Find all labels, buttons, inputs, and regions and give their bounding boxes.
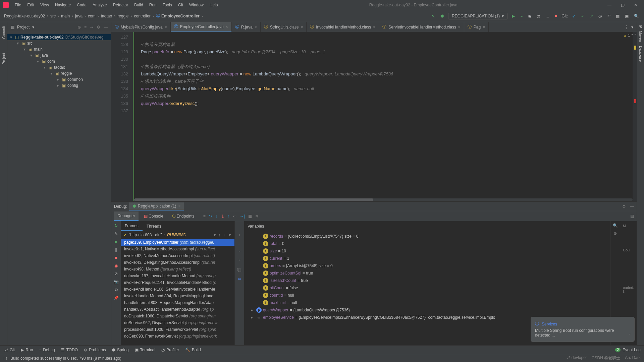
select-opened-icon[interactable]: ⊕ [77, 25, 81, 29]
close-icon[interactable]: × [178, 204, 180, 208]
line-gutter[interactable]: 127128129130131132133134135136137 [111, 32, 134, 201]
stack-frame[interactable]: invoke:498, Method (java.lang.reflect) [121, 266, 234, 273]
console-tab[interactable]: ▤ Console [141, 212, 167, 221]
frames-tab[interactable]: Frames [121, 222, 143, 231]
gear-icon[interactable]: ⚙ [613, 231, 617, 236]
trace-icon[interactable]: ≋ [255, 214, 259, 219]
stack-frame[interactable]: invoke0:-1, NativeMethodAccessorImpl (su… [121, 246, 234, 252]
close-tab-icon[interactable]: × [255, 25, 257, 29]
breadcrumb-part[interactable]: src [50, 14, 56, 18]
endpoints-tab[interactable]: ⬡ Endpoints [169, 212, 198, 221]
breadcrumb-class[interactable]: EmployeeController [161, 14, 200, 18]
tree-node-common[interactable]: ▸▣common [7, 76, 111, 82]
variable-row[interactable]: f orders = {ArrayList@7548} size = 0 [244, 262, 610, 269]
project-tool-button[interactable]: Project [2, 51, 6, 66]
editor-tab[interactable]: ⒿStringUtils.class× [261, 22, 307, 32]
maven-tool-button[interactable]: Maven [639, 29, 643, 44]
variable-row[interactable]: f isSearchCount = true [244, 277, 610, 284]
editor-tab[interactable]: ⒸMybatisPlusConfig.java× [111, 22, 171, 32]
stop-button[interactable]: ■ [554, 13, 558, 19]
stack-frame[interactable]: page:139, EmployeeController (com.taotao… [121, 239, 234, 246]
debugger-tab[interactable]: Debugger [114, 212, 139, 221]
stack-frame[interactable]: invokeHandlerMethod:894, RequestMappingH… [121, 293, 234, 299]
settings-icon[interactable]: ⚙ [97, 25, 100, 29]
search-icon[interactable]: 🔍 [613, 223, 618, 228]
tree-node-src[interactable]: ▾▣src [7, 40, 111, 46]
expand-all-icon[interactable]: ≡ [84, 25, 87, 29]
tree-node-java[interactable]: ▾▣java [7, 52, 111, 58]
run-to-cursor-icon[interactable]: →| [240, 214, 245, 219]
breadcrumb[interactable]: Reggie-take-out-day02›src›main›java›com›… [4, 13, 204, 19]
rerun-icon[interactable]: ↻ [114, 223, 118, 228]
prev-icon[interactable]: ˄ [631, 34, 633, 37]
close-button[interactable]: ✕ [633, 3, 639, 7]
variable-row[interactable]: f size = 10 [244, 247, 610, 255]
thread-selector[interactable]: ✔ "http-nio-808...ain": RUNNING ▾ ↑ ↓ ▼ [121, 231, 234, 239]
settings-icon[interactable]: ⚙ [114, 288, 118, 292]
git-push-icon[interactable]: ↗ [589, 13, 594, 19]
editor-tab[interactable]: ⒸEmployeeController.java× [171, 22, 232, 32]
next-frame-icon[interactable]: ↓ [223, 233, 225, 237]
tree-node-reggie[interactable]: ▾▣reggie [7, 70, 111, 76]
minimize-button[interactable]: — [606, 3, 613, 7]
editor-tab[interactable]: ⒿInvocableHandlerMethod.class× [307, 22, 379, 32]
menu-tools[interactable]: Tools [160, 1, 175, 9]
debug-tool-button[interactable]: ⌁ Debug [39, 348, 55, 352]
spring-tool-button[interactable]: ⬢ Spring [112, 348, 129, 352]
menu-git[interactable]: Git [175, 1, 186, 9]
todo-tool-button[interactable]: ☰ TODO [61, 348, 78, 352]
close-tab-icon[interactable]: × [458, 25, 461, 29]
profiler-tool-button[interactable]: ◔ Profiler [161, 348, 179, 352]
add-icon[interactable]: + [238, 233, 240, 238]
marker-strip[interactable]: ▲1˄˅ [633, 32, 637, 201]
menu-navigate[interactable]: Navigate [52, 1, 73, 9]
git-branch-label[interactable]: ⎇ devloper [566, 355, 587, 361]
theme-label[interactable]: Arc Dark [625, 355, 641, 361]
stack-frame[interactable]: invoke:43, DelegatingMethodAccessorImpl … [121, 259, 234, 266]
run-tool-button[interactable]: ▶ Run [21, 348, 33, 352]
editor-tab[interactable]: ⒸR.java× [232, 22, 261, 32]
editor-tab[interactable]: ⒿServletInvocableHandlerMethod.class× [379, 22, 464, 32]
menu-edit[interactable]: Edit [24, 1, 37, 9]
menu-refactor[interactable]: Refactor [110, 1, 131, 9]
tree-node-taotao[interactable]: ▾▣taotao [7, 64, 111, 70]
frames-list[interactable]: page:139, EmployeeController (com.taotao… [121, 239, 234, 345]
view-breakpoints-icon[interactable]: ◉ [114, 263, 118, 268]
layout-icon[interactable]: ▤ [630, 214, 634, 219]
build-tool-button[interactable]: 🔨 Build [185, 348, 201, 352]
git-update-icon[interactable]: ↙ [571, 13, 577, 19]
threads-tab[interactable]: Threads [143, 222, 165, 231]
step-into-icon[interactable]: ↓ [216, 214, 218, 219]
status-indicator-icon[interactable]: ▢ [3, 356, 7, 361]
services-notification[interactable]: ⓘServices Multiple Spring Boot run confi… [531, 317, 635, 342]
tree-node-config[interactable]: ▸▣config [7, 82, 111, 88]
back-nav-icon[interactable]: ↖ [431, 13, 436, 19]
event-log-button[interactable]: Event Log [623, 348, 641, 352]
drop-frame-icon[interactable]: ⤺ [233, 214, 236, 219]
tree-node-main[interactable]: ▾▣main [7, 46, 111, 52]
debug-button[interactable]: ⌁ [519, 13, 524, 19]
git-tool-button[interactable]: ⎇ Git [3, 348, 15, 352]
menu-analyze[interactable]: Analyze [90, 1, 110, 9]
mute-breakpoints-icon[interactable]: ⊘ [114, 272, 118, 276]
remove-icon[interactable]: − [238, 242, 240, 246]
menu-help[interactable]: Help [207, 1, 221, 9]
coverage-button[interactable]: ◉ [527, 13, 532, 19]
git-history-icon[interactable]: ◷ [597, 13, 603, 19]
run-button[interactable]: ▶ [511, 13, 516, 19]
variable-row[interactable]: f countId = null [244, 292, 610, 299]
variable-row[interactable]: f total = 0 [244, 240, 610, 247]
maximize-button[interactable]: ▢ [620, 3, 626, 7]
down-icon[interactable]: ˅ [238, 259, 240, 264]
stack-frame[interactable]: doService:962, DispatcherServlet (org.sp… [121, 319, 234, 326]
close-tab-icon[interactable]: × [226, 24, 228, 29]
terminal-tool-button[interactable]: ▣ Terminal [135, 348, 155, 352]
step-over-icon[interactable]: ↷ [209, 214, 212, 219]
stack-frame[interactable]: processRequest:1006, FrameworkServlet (o… [121, 326, 234, 333]
tree-node-com[interactable]: ▾▣com [7, 58, 111, 64]
copy-icon[interactable]: ⿻ [237, 268, 241, 273]
chevron-down-icon[interactable]: ▾ [214, 233, 216, 237]
force-step-into-icon[interactable]: ⤓ [221, 214, 224, 219]
git-commit-icon[interactable]: ✓ [580, 13, 585, 19]
infinity-icon[interactable]: ∞ [238, 277, 241, 281]
